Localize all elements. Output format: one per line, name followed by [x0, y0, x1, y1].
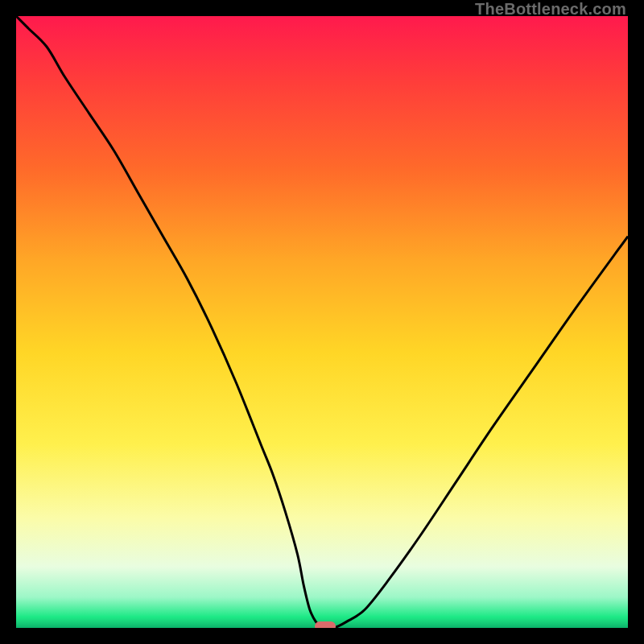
plot-area [16, 16, 628, 628]
optimum-marker [315, 621, 336, 628]
chart-frame: TheBottleneck.com [0, 0, 644, 644]
bottleneck-curve [16, 16, 628, 628]
